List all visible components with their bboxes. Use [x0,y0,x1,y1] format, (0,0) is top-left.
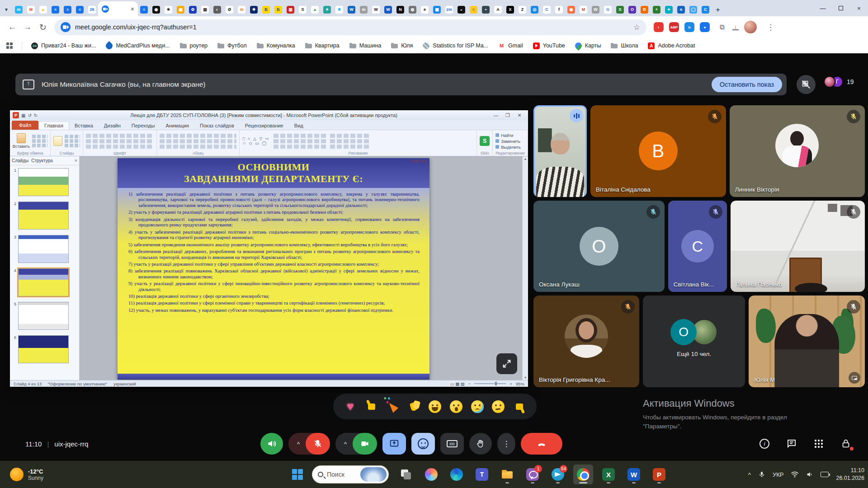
tab-slides[interactable]: Слайды [12,158,28,163]
browser-tab[interactable]: N [394,3,406,16]
shapes-gallery[interactable]: □ ○ △ ▽ ⇨ ☆ ◇ ▭ ◯ [242,136,271,145]
paste-button[interactable]: Вставить [13,133,30,149]
taskbar-app[interactable] [447,465,467,484]
participant-tile[interactable]: В В [590,105,726,197]
participant-tile[interactable]: Юлія Миколаївна С... [749,296,865,387]
undo-icon[interactable]: ↺ [28,113,31,118]
minimize-button[interactable]: — [814,0,832,16]
browser-menu-icon[interactable]: ⋮ [767,23,774,32]
browser-tab[interactable]: ◐ [211,3,223,16]
redo-icon[interactable]: ↻ [34,113,38,118]
bookmark-item[interactable]: M Gmail [498,42,523,49]
participant-tile[interactable]: Линник Вікторія [730,105,865,197]
crop-icon[interactable]: ⧉ [717,22,727,32]
reaction-button[interactable] [469,398,486,415]
ribbon-tab[interactable]: Дизайн [99,122,126,130]
taskbar-app[interactable]: T [472,465,492,484]
bookmark-item[interactable]: 24 Приват24 - Ваш жи... [31,42,96,49]
browser-tab[interactable]: ◓ [480,3,492,16]
fullscreen-expand-button[interactable] [496,353,517,374]
browser-tab[interactable]: S [297,3,309,16]
reaction-button[interactable]: ♥ [342,398,359,415]
ribbon-tab[interactable]: Вставка [69,122,99,130]
zoom-in-button[interactable]: + [509,381,512,386]
view-buttons[interactable]: ▭ ▦ ▤ [450,381,465,386]
camera-button[interactable] [353,433,377,455]
zoom-out-button[interactable]: − [468,381,471,386]
bookmark-item[interactable]: Statistics for ISP Ma... [423,42,488,49]
reaction-button[interactable] [363,398,380,415]
panel-close-icon[interactable]: × [75,158,77,163]
extension-icon[interactable]: ● [700,22,710,32]
taskbar-app[interactable] [396,465,416,484]
change-layout-button[interactable] [797,75,816,94]
browser-tab[interactable]: ▦ [431,3,443,16]
bookmark-item[interactable]: Комуналка [257,42,295,49]
bookmark-star-icon[interactable]: ☆ [633,23,640,32]
taskbar-app[interactable]: 1 [523,465,542,484]
slide-thumbnail[interactable]: 2 [12,202,77,230]
browser-tab[interactable]: ≡ [49,3,61,16]
replace-button[interactable]: Заменить [495,138,521,144]
raise-hand-button[interactable] [469,433,492,455]
browser-tab[interactable]: ☺ [467,3,480,16]
browser-tab[interactable]: O [626,3,638,16]
bookmark-item[interactable]: Машина [349,42,381,49]
browser-tab[interactable]: ✿ [187,3,199,16]
reactions-button[interactable] [411,433,435,455]
bookmark-item[interactable]: Карты [575,42,601,49]
close-button[interactable]: × [850,0,868,16]
browser-tab[interactable]: m [13,3,25,16]
browser-tab[interactable]: + [651,3,663,16]
reaction-button[interactable] [490,398,507,415]
ribbon-tab[interactable]: Файл [12,121,38,130]
browser-tab[interactable]: m [358,3,370,16]
camera-in-use-icon[interactable] [61,22,71,32]
tab-outline[interactable]: Структура [31,158,52,163]
participant-tile[interactable]: О О [533,201,665,292]
reaction-button[interactable] [448,398,465,415]
taskbar-app[interactable] [497,465,517,484]
browser-tab[interactable]: ▲ [309,3,321,16]
mic-tray-icon[interactable] [758,471,765,478]
bookmark-item[interactable]: Юля [391,42,413,49]
ribbon-tab[interactable]: Рецензирование [240,122,289,130]
bookmark-item[interactable]: A Adobe Acrobat [648,42,695,49]
taskbar-app[interactable]: W [624,465,644,484]
reaction-button[interactable] [405,398,422,415]
volume-icon[interactable] [806,471,813,478]
browser-tab[interactable]: W [382,3,394,16]
browser-tab[interactable]: B [638,3,651,16]
pip-icon[interactable] [849,372,860,384]
slide-thumbnail[interactable]: 3 [12,235,77,263]
weather-widget[interactable]: -12°C Sunny [10,468,43,481]
browser-tab[interactable]: ▣ [175,3,187,16]
end-call-button[interactable] [521,433,562,455]
browser-tab[interactable]: Ø [223,3,236,16]
ribbon-tab[interactable]: Главная [38,121,69,130]
slide-thumbnail[interactable]: 6 [12,335,77,363]
browser-tab[interactable]: ◉ [565,3,577,16]
browser-tab[interactable]: e [419,3,431,16]
browser-tab[interactable]: ◯ [687,3,699,16]
downloads-icon[interactable]: ↓ [732,24,739,30]
reaction-button[interactable] [511,398,528,415]
participant-tile[interactable]: Вікторія Григорівна Кра... [533,296,639,387]
slide-thumbnail[interactable]: 5 [12,302,77,330]
browser-tab[interactable]: ▤ [199,3,211,16]
taskbar-search[interactable]: Поиск [312,465,389,483]
browser-tab[interactable]: m [236,3,248,16]
battery-icon[interactable] [821,472,829,477]
browser-tab[interactable]: ≡ [61,3,74,16]
select-button[interactable]: Выделить [495,144,521,150]
extension-icon[interactable]: b [684,22,694,32]
tab-search-chevron-icon[interactable]: ▾ [0,3,13,16]
ppt-close-button[interactable]: ✕ [514,113,525,118]
zoom-slider[interactable] [474,383,506,384]
canvas-scrollbar[interactable]: ▲ ▼ [522,156,528,380]
bookmark-item[interactable]: MedCardPlus меди... [106,42,170,49]
host-controls-button[interactable] [839,437,853,450]
activities-button[interactable] [812,437,826,450]
chat-button[interactable] [785,437,798,450]
browser-tab[interactable]: S [614,3,626,16]
